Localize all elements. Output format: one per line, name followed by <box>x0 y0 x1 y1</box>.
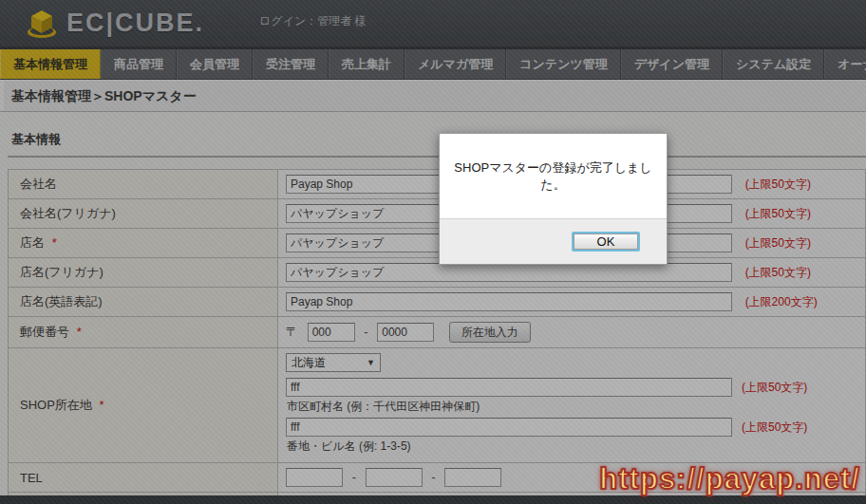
ok-button[interactable]: OK <box>572 232 640 252</box>
modal-overlay <box>0 0 866 504</box>
site-watermark: https://payap.net/ <box>599 462 860 496</box>
dialog-message: SHOPマスターの登録が完了しました。 <box>440 134 667 218</box>
completion-dialog: SHOPマスターの登録が完了しました。 OK <box>439 133 668 265</box>
ec-cube-admin-screen: EC|CUBE. ログイン：管理者 様 基本情報管理 商品管理 会員管理 受注管… <box>0 0 866 504</box>
dialog-footer: OK <box>440 218 667 264</box>
